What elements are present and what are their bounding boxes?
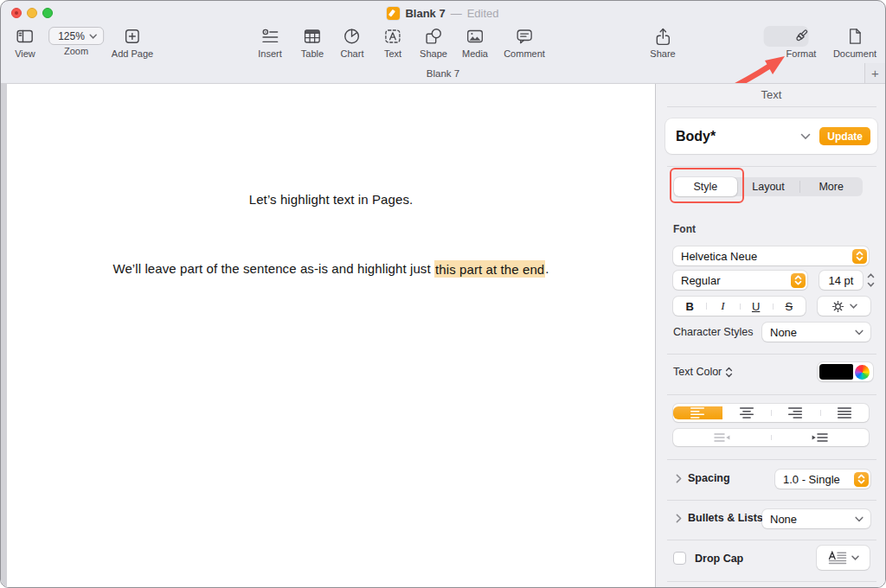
tab-strip: Blank 7 + [1, 63, 885, 84]
advanced-options-dropdown[interactable] [818, 297, 870, 316]
chevron-down-icon [855, 516, 864, 522]
decrease-indent-icon [713, 431, 731, 444]
italic-button[interactable]: I [706, 299, 739, 313]
table-button[interactable]: Table [301, 25, 324, 59]
increase-indent-button[interactable] [771, 431, 869, 444]
character-styles-dropdown[interactable]: None [762, 323, 870, 342]
drop-cap-style-dropdown[interactable] [817, 546, 870, 570]
drop-cap-checkbox[interactable] [673, 552, 686, 565]
chevron-down-icon [855, 329, 864, 336]
share-button[interactable]: Share [650, 25, 675, 59]
font-family-value: Helvetica Neue [681, 250, 757, 263]
underline-button[interactable]: U [740, 300, 773, 313]
chevron-down-icon[interactable] [800, 133, 811, 140]
increase-indent-icon [811, 431, 829, 444]
format-brush-icon [793, 25, 810, 48]
zoom-dropdown[interactable]: 125% [48, 27, 104, 45]
document-label: Document [833, 48, 876, 59]
text-color-label: Text Color [673, 366, 722, 378]
pages-window: Blank 7 — Edited View 125% Zoom [0, 0, 886, 588]
insert-button[interactable]: Insert [258, 25, 282, 59]
media-button[interactable]: Media [462, 25, 488, 59]
titlebar: Blank 7 — Edited [1, 1, 885, 25]
shape-icon [425, 25, 442, 48]
table-icon [304, 25, 321, 48]
tab-more[interactable]: More [799, 177, 863, 196]
shape-button[interactable]: Shape [420, 25, 447, 59]
font-weight-dropdown[interactable]: Regular [673, 271, 807, 290]
doc-line-2-highlighted-text: this part at the end [434, 260, 545, 278]
comment-button[interactable]: Comment [504, 25, 545, 59]
divider [667, 500, 876, 501]
bullets-disclosure-chevron[interactable] [676, 514, 682, 525]
text-color-well[interactable] [818, 362, 873, 381]
document-button[interactable]: Document [833, 25, 876, 59]
zoom-control[interactable]: 125% Zoom [48, 25, 104, 56]
stepper-icon[interactable] [852, 249, 867, 264]
style-layout-more-tabs: Style Layout More [674, 177, 863, 196]
text-button[interactable]: Text [384, 25, 401, 59]
chevron-down-icon [850, 304, 857, 309]
tab-style[interactable]: Style [674, 177, 737, 196]
comment-label: Comment [504, 48, 545, 59]
text-box-icon [384, 25, 401, 48]
align-justify-button[interactable] [820, 406, 870, 419]
table-label: Table [301, 48, 324, 59]
drop-cap-icon [828, 551, 847, 565]
decrease-indent-button[interactable] [673, 431, 771, 444]
stepper-icon[interactable] [854, 472, 869, 487]
doc-line-2-prefix: We’ll leave part of the sentence as-is a… [112, 261, 434, 276]
bullets-lists-dropdown[interactable]: None [762, 509, 870, 528]
font-style-buttons: B I U S [673, 297, 806, 316]
align-center-icon [738, 406, 755, 419]
bullets-lists-value: None [770, 513, 797, 526]
document-icon [846, 25, 864, 48]
spacing-dropdown[interactable]: 1.0 - Single [775, 470, 870, 489]
add-tab-button[interactable]: + [864, 63, 885, 83]
spacing-disclosure-chevron[interactable] [676, 474, 682, 485]
font-size-field[interactable]: 14 pt [819, 271, 863, 290]
doc-line-1: Let’s highlight text in Pages. [7, 192, 655, 207]
gear-icon [831, 300, 844, 313]
align-left-button[interactable] [673, 406, 722, 419]
font-family-dropdown[interactable]: Helvetica Neue [673, 246, 869, 265]
divider [667, 166, 876, 167]
align-right-button[interactable] [771, 406, 820, 419]
share-label: Share [650, 48, 675, 59]
align-justify-icon [836, 406, 853, 419]
paragraph-style-card[interactable]: Body* Update [665, 118, 877, 154]
bullets-lists-label: Bullets & Lists [688, 512, 763, 524]
bold-button[interactable]: B [673, 300, 706, 313]
pages-app-icon [387, 7, 400, 20]
spacing-value: 1.0 - Single [783, 473, 840, 486]
window-title: Blank 7 [405, 7, 445, 20]
updown-chevrons-icon [725, 367, 733, 378]
paragraph-style-name: Body* [676, 129, 716, 144]
divider [667, 540, 876, 540]
chart-button[interactable]: Chart [341, 25, 364, 59]
character-styles-label: Character Styles [673, 326, 753, 338]
color-wheel-icon[interactable] [855, 365, 870, 380]
zoom-value: 125% [58, 30, 85, 42]
view-button[interactable]: View [15, 25, 35, 59]
strikethrough-button[interactable]: S [773, 300, 806, 313]
document-page[interactable]: Let’s highlight text in Pages. We’ll lea… [7, 84, 655, 588]
align-left-icon [689, 406, 706, 419]
font-weight-value: Regular [681, 274, 721, 287]
font-size-value: 14 pt [829, 274, 854, 287]
update-style-button[interactable]: Update [819, 127, 870, 145]
align-right-icon [786, 406, 804, 419]
edited-status: Edited [467, 7, 499, 20]
color-swatch-black[interactable] [819, 364, 853, 380]
stepper-icon[interactable] [791, 273, 806, 288]
tab-blank-7[interactable]: Blank 7 [1, 63, 885, 83]
media-label: Media [462, 48, 488, 59]
font-size-stepper[interactable] [866, 272, 876, 292]
spacing-label: Spacing [688, 472, 730, 484]
align-center-button[interactable] [722, 406, 772, 419]
sidebar-header: Text [656, 88, 886, 101]
format-button[interactable]: Format [786, 25, 817, 59]
tab-layout[interactable]: Layout [737, 177, 800, 196]
add-page-label: Add Page [112, 48, 153, 59]
add-page-button[interactable]: Add Page [112, 25, 153, 59]
